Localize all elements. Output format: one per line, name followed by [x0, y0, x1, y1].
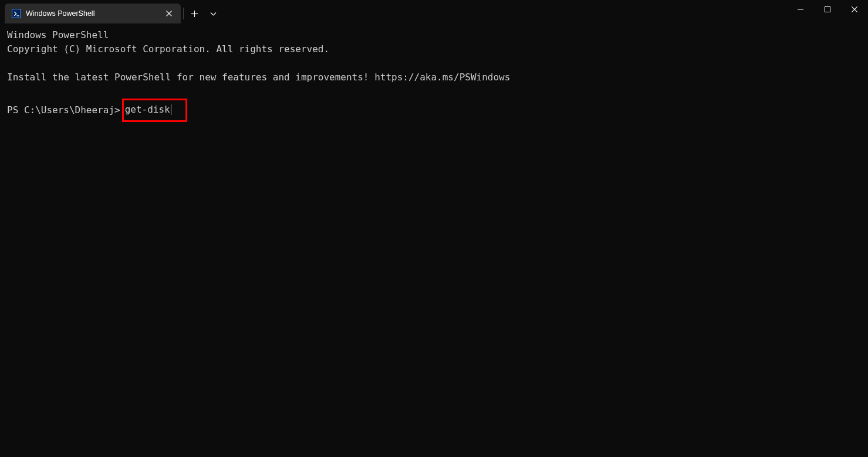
- prompt-text: PS C:\Users\Dheeraj>: [7, 103, 120, 117]
- tab-divider: [183, 8, 184, 19]
- window-controls: [787, 0, 868, 19]
- terminal-line: Install the latest PowerShell for new fe…: [7, 70, 861, 84]
- terminal-tab[interactable]: Windows PowerShell: [5, 4, 181, 23]
- minimize-button[interactable]: [787, 0, 814, 19]
- tab-dropdown-button[interactable]: [204, 4, 222, 23]
- terminal-line: [7, 56, 861, 70]
- terminal-line: [7, 84, 861, 99]
- command-text: get-disk: [125, 103, 170, 117]
- tab-close-button[interactable]: [163, 8, 175, 19]
- command-highlight: get-disk: [122, 99, 187, 122]
- window-titlebar: Windows PowerShell: [0, 0, 868, 23]
- maximize-button[interactable]: [814, 0, 841, 19]
- svg-rect-6: [825, 7, 830, 12]
- tab-actions: [181, 4, 222, 23]
- prompt-line: PS C:\Users\Dheeraj> get-disk: [7, 99, 861, 122]
- terminal-line: Windows PowerShell: [7, 28, 861, 42]
- text-cursor: [171, 104, 171, 115]
- terminal-output-area[interactable]: Windows PowerShell Copyright (C) Microso…: [0, 23, 868, 127]
- close-window-button[interactable]: [841, 0, 868, 19]
- tab-title: Windows PowerShell: [26, 9, 163, 18]
- new-tab-button[interactable]: [185, 4, 204, 23]
- terminal-line: Copyright (C) Microsoft Corporation. All…: [7, 42, 861, 56]
- powershell-icon: [12, 9, 21, 18]
